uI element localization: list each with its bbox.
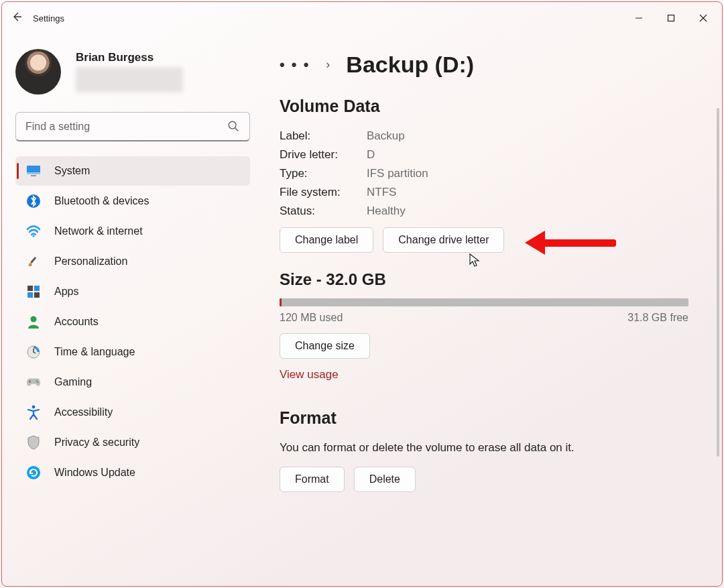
search-icon	[227, 120, 239, 132]
free-label: 31.8 GB free	[627, 312, 688, 324]
minimize-button[interactable]	[623, 7, 655, 29]
kv-filesystem: File system: NTFS	[280, 186, 688, 199]
annotation-arrow	[525, 233, 619, 253]
accessibility-icon	[26, 405, 41, 420]
svg-rect-4	[31, 175, 36, 176]
user-subline-redacted	[76, 67, 183, 93]
usage-bar-used	[280, 298, 282, 306]
sidebar-item-privacy[interactable]: Privacy & security	[15, 428, 250, 457]
format-description: You can format or delete the volume to e…	[280, 441, 688, 455]
app-title: Settings	[33, 13, 64, 23]
usage-labels: 120 MB used 31.8 GB free	[280, 312, 688, 324]
bluetooth-icon	[26, 194, 41, 209]
sidebar-item-bluetooth[interactable]: Bluetooth & devices	[15, 186, 250, 216]
gamepad-icon	[26, 375, 41, 390]
cursor-icon	[469, 253, 481, 268]
search-wrap	[15, 112, 250, 141]
maximize-button[interactable]	[655, 7, 687, 29]
wifi-icon	[26, 224, 41, 239]
format-button[interactable]: Format	[280, 467, 345, 492]
kv-type: Type: IFS partition	[280, 167, 688, 180]
page-title: Backup (D:)	[346, 52, 474, 78]
change-label-button[interactable]: Change label	[280, 227, 373, 253]
svg-rect-11	[34, 292, 40, 298]
sidebar: Brian Burgess System	[2, 34, 263, 586]
sidebar-item-label: Time & language	[54, 346, 135, 358]
view-usage-link[interactable]: View usage	[280, 368, 339, 381]
sidebar-item-system[interactable]: System	[15, 156, 250, 186]
sidebar-item-label: Windows Update	[54, 467, 135, 479]
breadcrumb: • • • › Backup (D:)	[280, 52, 688, 78]
sidebar-item-label: Accounts	[54, 316, 99, 328]
update-icon	[26, 465, 41, 480]
svg-rect-8	[27, 286, 33, 291]
svg-point-17	[27, 466, 40, 479]
sidebar-item-update[interactable]: Windows Update	[15, 458, 250, 487]
svg-point-16	[32, 406, 36, 409]
settings-window: Settings Brian Burgess	[1, 1, 723, 587]
svg-rect-3	[27, 172, 40, 174]
search-input[interactable]	[15, 112, 250, 141]
sidebar-item-apps[interactable]: Apps	[15, 277, 250, 306]
close-button[interactable]	[687, 7, 719, 29]
format-buttons: Format Delete	[280, 467, 688, 492]
kv-status: Status: Healthy	[280, 204, 688, 218]
used-label: 120 MB used	[280, 312, 343, 324]
sidebar-item-gaming[interactable]: Gaming	[15, 367, 250, 397]
scrollbar[interactable]	[717, 108, 719, 457]
usage-bar	[280, 298, 688, 306]
sidebar-item-label: Accessibility	[54, 406, 113, 418]
sidebar-item-label: System	[54, 165, 90, 177]
kv-label: Label: Backup	[280, 129, 688, 143]
svg-point-6	[32, 235, 34, 237]
delete-button[interactable]: Delete	[354, 467, 416, 492]
main-content: • • • › Backup (D:) Volume Data Label: B…	[263, 34, 722, 586]
avatar	[15, 49, 61, 95]
apps-icon	[26, 284, 41, 299]
back-button[interactable]	[5, 11, 29, 25]
sidebar-item-time[interactable]: Time & language	[15, 337, 250, 367]
brush-icon	[26, 254, 41, 269]
format-heading: Format	[280, 408, 688, 428]
sidebar-item-label: Gaming	[54, 376, 92, 388]
sidebar-item-label: Bluetooth & devices	[54, 195, 149, 207]
svg-point-12	[31, 316, 37, 322]
change-drive-letter-button[interactable]: Change drive letter	[383, 227, 504, 253]
svg-rect-7	[30, 257, 36, 263]
breadcrumb-ellipsis[interactable]: • • •	[280, 56, 310, 74]
chevron-right-icon: ›	[326, 58, 330, 72]
sidebar-item-network[interactable]: Network & internet	[15, 217, 250, 246]
svg-point-14	[36, 380, 37, 381]
sidebar-item-label: Personalization	[54, 255, 127, 268]
sidebar-item-label: Network & internet	[54, 225, 143, 237]
sidebar-item-label: Apps	[54, 286, 78, 298]
nav-list: System Bluetooth & devices Network & int…	[15, 156, 250, 487]
change-size-button[interactable]: Change size	[280, 333, 370, 359]
display-icon	[26, 164, 41, 178]
svg-rect-9	[34, 286, 40, 291]
volume-buttons: Change label Change drive letter	[280, 227, 688, 253]
person-icon	[26, 314, 41, 329]
clock-globe-icon	[26, 345, 41, 359]
sidebar-item-label: Privacy & security	[54, 436, 139, 449]
svg-point-15	[37, 381, 38, 383]
profile-block[interactable]: Brian Burgess	[15, 49, 250, 95]
kv-drive-letter: Drive letter: D	[280, 148, 688, 162]
sidebar-item-accessibility[interactable]: Accessibility	[15, 398, 250, 427]
sidebar-item-accounts[interactable]: Accounts	[15, 307, 250, 337]
svg-rect-10	[27, 292, 33, 298]
titlebar: Settings	[2, 2, 722, 34]
volume-data-heading: Volume Data	[280, 97, 688, 116]
shield-icon	[26, 435, 41, 450]
sidebar-item-personalization[interactable]: Personalization	[15, 247, 250, 276]
user-name: Brian Burgess	[76, 51, 183, 64]
size-heading: Size - 32.0 GB	[280, 270, 688, 289]
svg-point-1	[229, 121, 236, 129]
svg-rect-0	[668, 15, 674, 21]
